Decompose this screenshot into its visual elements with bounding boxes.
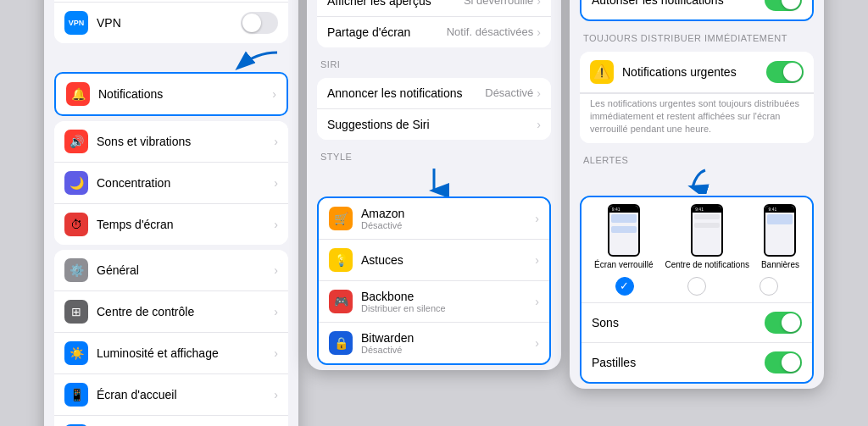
astuces-icon: 💡 [329,248,353,272]
screen2-top-list: Résumé programmé Désactivé › Afficher le… [317,0,551,47]
urgent-label: Notifications urgentes [622,65,766,79]
list-item[interactable]: Suggestions de Siri › [317,109,551,140]
general-label: Général [97,263,274,277]
list-item[interactable]: 🌙 Concentration › [54,163,288,204]
arrow-to-apps [409,167,459,196]
list-item[interactable]: VPN VPN [54,3,288,43]
chevron-icon: › [535,212,539,225]
arrow-to-alertes [663,169,722,194]
chevron-icon: › [537,118,541,131]
chevron-icon: › [537,0,541,8]
urgent-toggle[interactable] [766,61,804,83]
toggle-thumb [782,313,800,332]
alert-notif-center: 9:41 Centre de notifications [665,204,749,270]
notifications-icon: 🔔 [66,82,90,106]
alert-locked: 9:41 Écran verrouillé [594,204,653,270]
chevron-icon: › [274,263,278,277]
backbone-sub: Distribuer en silence [361,303,535,313]
list-item[interactable]: 🎮 Backbone Distribuer en silence › [319,281,549,323]
backbone-label: Backbone [361,290,535,303]
amazon-icon: 🛒 [329,207,353,230]
chevron-icon: › [272,87,276,101]
banners-label: Bannières [761,260,799,270]
annoncer-label: Annoncer les notifications [327,86,485,100]
allow-notif-row[interactable]: Autoriser les notifications [581,0,812,19]
partage-value: Notif. désactivées [447,25,534,38]
list-item[interactable]: ⊞ Centre de contrôle › [54,291,288,333]
apercu-label: Afficher les aperçus [327,0,464,8]
screen-1: Réglages 📶 Partage de connexion › VPN VP… [44,0,298,426]
allow-label: Autoriser les notifications [592,0,765,7]
toggle-thumb [782,0,800,9]
radio-notif-center[interactable] [687,277,706,296]
urgent-row[interactable]: ⚠️ Notifications urgentes [580,52,814,93]
screen-2: ‹ Réglages Notifications Résumé programm… [307,0,561,370]
urgent-desc: Les notifications urgentes sont toujours… [590,97,804,136]
screentime-icon: ⏱ [64,213,88,236]
urgent-icon: ⚠️ [590,60,614,84]
urgent-list: ⚠️ Notifications urgentes Les notificati… [580,52,814,143]
list-item[interactable]: ⏱ Temps d'écran › [54,204,288,245]
bitwarden-sub: Désactivé [361,345,535,355]
screen2-siri-list: Annoncer les notifications Désactivé › S… [317,78,551,140]
list-item[interactable]: Afficher les aperçus Si déverrouillé › [317,0,551,17]
chevron-icon: › [274,176,278,190]
home-label: Écran d'accueil [97,388,274,401]
list-item[interactable]: Annoncer les notifications Désactivé › [317,78,551,109]
brightness-label: Luminosité et affichage [97,346,274,360]
notifications-row[interactable]: 🔔 Notifications › [54,72,288,116]
radio-locked[interactable]: ✓ [615,277,634,296]
alert-banners: 9:41 Bannières [761,204,799,270]
allow-notif-section: Autoriser les notifications [580,0,814,21]
list-item[interactable]: 💡 Astuces › [319,240,549,281]
arrow-to-notifications [231,48,281,74]
sons-toggle[interactable] [765,312,802,334]
list-item[interactable]: 📱 Écran d'accueil › [54,374,288,416]
vpn-icon: VPN [64,11,88,35]
screen1-bottom-list: ⚙️ Général › ⊞ Centre de contrôle › ☀️ L… [54,250,288,427]
screentime-label: Temps d'écran [97,218,274,231]
chevron-icon: › [274,346,278,360]
alert-icons-row: 9:41 Écran verrouillé 9:41 [581,197,812,274]
suggestions-label: Suggestions de Siri [327,118,537,131]
radio-banners[interactable] [760,277,778,296]
list-item[interactable]: 🔊 Sons et vibrations › [54,121,288,163]
screen1-top-list: 📶 Partage de connexion › VPN VPN [54,0,288,43]
astuces-label: Astuces [361,253,535,267]
apercu-value: Si déverrouillé [464,0,533,7]
chevron-icon: › [274,218,278,231]
control-label: Centre de contrôle [97,305,274,318]
amazon-label: Amazon [361,207,535,220]
locked-phone-mini: 9:41 [608,204,640,257]
pastilles-label: Pastilles [592,356,765,369]
chevron-icon: › [535,253,539,267]
list-item[interactable]: Partage d'écran Notif. désactivées › [317,17,551,47]
bitwarden-label: Bitwarden [361,331,535,345]
alertes-section-label: ALERTES [570,148,824,169]
allow-toggle[interactable] [765,0,802,11]
chevron-icon: › [274,135,278,148]
amazon-sub: Désactivé [361,220,535,230]
style-section-label: STYLE [307,145,561,165]
toggle-thumb [782,353,800,372]
alertes-section: 9:41 Écran verrouillé 9:41 [580,196,814,384]
sons-row[interactable]: Sons [581,303,812,343]
general-icon: ⚙️ [64,258,88,282]
list-item[interactable]: 🔒 Bitwarden Désactivé › [319,323,549,363]
concentration-label: Concentration [97,176,274,190]
list-item[interactable]: ☀️ Luminosité et affichage › [54,333,288,374]
pastilles-row[interactable]: Pastilles [581,343,812,382]
vpn-toggle[interactable] [241,12,278,34]
screen1-mid-list: 🔊 Sons et vibrations › 🌙 Concentration ›… [54,121,288,245]
control-icon: ⊞ [64,300,88,324]
list-item[interactable]: ♿ Accessibilité › [54,416,288,427]
locked-label: Écran verrouillé [594,260,653,270]
sons-label: Sons [592,316,765,329]
list-item[interactable]: 🛒 Amazon Désactivé › [319,198,549,240]
pastilles-toggle[interactable] [765,351,802,373]
list-item[interactable]: ⚙️ Général › [54,250,288,291]
banners-phone-mini: 9:41 [764,204,796,257]
urgent-section-label: TOUJOURS DISTRIBUER IMMÉDIATEMENT [570,26,824,47]
backbone-icon: 🎮 [329,290,353,313]
chevron-icon: › [274,388,278,401]
